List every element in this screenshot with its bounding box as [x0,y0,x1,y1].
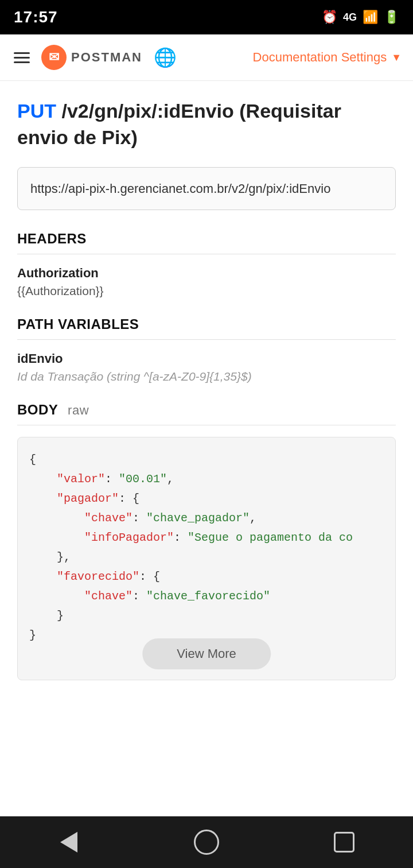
code-line-3: "pagador": { [29,489,384,509]
body-subtitle: raw [68,403,89,417]
api-url-box: https://api-pix-h.gerencianet.com.br/v2/… [17,167,396,210]
code-line-9: } [29,606,384,626]
code-line-6: }, [29,548,384,567]
hamburger-line-1 [14,52,30,54]
postman-brand-name: POSTMAN [71,50,142,65]
postman-icon: ✉ [41,45,67,70]
view-more-button[interactable]: View More [142,638,271,669]
hamburger-line-3 [14,61,30,63]
api-method: PUT [17,100,56,122]
id-envio-field-name: idEnvio [17,351,396,366]
postman-logo[interactable]: ✉ POSTMAN [41,45,142,70]
doc-settings-label: Documentation Settings [253,50,387,65]
nav-home-icon [194,830,219,855]
postman-icon-symbol: ✉ [49,50,59,65]
api-url-text: https://api-pix-h.gerencianet.com.br/v2/… [30,181,330,196]
nav-recents-button[interactable] [327,825,361,859]
nav-home-button[interactable] [189,825,224,859]
headers-section: HEADERS Authorization {{Authorization}} [17,231,396,298]
app-header: ✉ POSTMAN 🌐 Documentation Settings ▼ [0,34,413,81]
hamburger-menu[interactable] [11,50,32,65]
doc-settings-chevron: ▼ [391,52,402,64]
main-content: PUT /v2/gn/pix/:idEnvio (Requisitar envi… [0,81,413,816]
network-label: 4G [343,11,357,24]
bottom-nav-bar [0,816,413,868]
auth-field-name: Authorization [17,266,396,281]
body-title-text: BODY [17,402,58,417]
battery-icon: 🔋 [384,10,399,25]
auth-field-value: {{Authorization}} [17,284,396,298]
nav-back-icon [60,832,77,852]
status-bar: 17:57 ⏰ 4G 📶 🔋 [0,0,413,34]
body-section: BODY raw { "valor": "00.01", "pagador": … [17,402,396,680]
path-variables-section: PATH VARIABLES idEnvio Id da Transação (… [17,316,396,383]
id-envio-field-desc: Id da Transação (string ^[a-zA-Z0-9]{1,3… [17,370,396,383]
code-line-4: "chave": "chave_pagador", [29,509,384,528]
nav-recents-icon [334,832,354,852]
code-line-1: { [29,450,384,470]
status-time: 17:57 [14,8,58,26]
headers-section-title: HEADERS [17,231,396,254]
signal-icon: 📶 [363,10,378,25]
code-line-2: "valor": "00.01", [29,470,384,489]
globe-icon: 🌐 [154,46,177,68]
path-variables-title: PATH VARIABLES [17,316,396,340]
code-line-5: "infoPagador": "Segue o pagamento da co [29,528,384,548]
api-endpoint: /v2/gn/pix/:idEnvio (Requisitar envio de… [17,100,341,148]
body-section-title: BODY raw [17,402,396,425]
doc-settings-button[interactable]: Documentation Settings ▼ [253,50,402,65]
api-title: PUT /v2/gn/pix/:idEnvio (Requisitar envi… [17,98,396,151]
body-code-block: { "valor": "00.01", "pagador": { "chave"… [17,437,396,680]
alarm-icon: ⏰ [322,10,337,25]
nav-back-button[interactable] [52,825,86,859]
status-icons: ⏰ 4G 📶 🔋 [322,10,399,25]
code-line-8: "chave": "chave_favorecido" [29,587,384,606]
code-line-7: "favorecido": { [29,567,384,587]
hamburger-line-2 [14,57,30,59]
